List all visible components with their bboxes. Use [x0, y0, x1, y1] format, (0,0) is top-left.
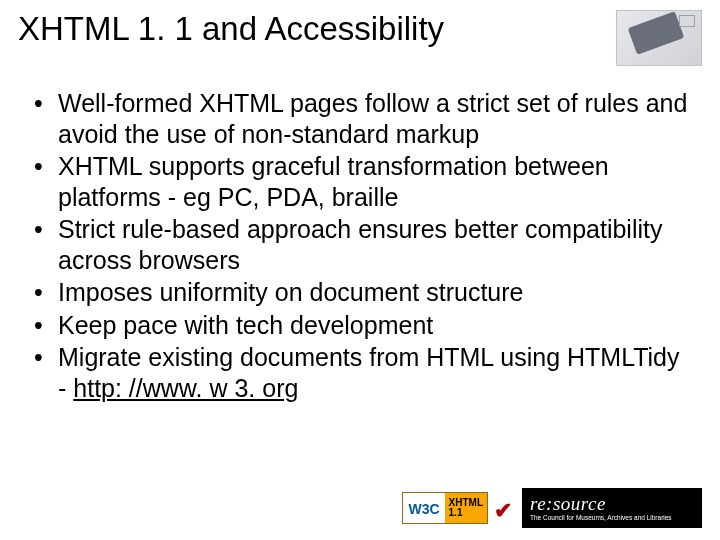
resource-tagline: The Council for Museums, Archives and Li… — [530, 514, 696, 521]
list-item: Strict rule-based approach ensures bette… — [30, 214, 690, 275]
footer-logos: W3C XHTML 1.1 ✔ re:source The Council fo… — [402, 488, 702, 528]
w3c-logo-text: W3C — [403, 493, 444, 523]
checkmark-icon: ✔ — [494, 498, 512, 524]
slide-title: XHTML 1. 1 and Accessibility — [18, 10, 444, 48]
list-item: Imposes uniformity on document structure — [30, 277, 690, 308]
list-item: XHTML supports graceful transformation b… — [30, 151, 690, 212]
htmltidy-link[interactable]: http: //www. w 3. org — [73, 374, 298, 402]
list-item: Well-formed XHTML pages follow a strict … — [30, 88, 690, 149]
list-item: Migrate existing documents from HTML usi… — [30, 342, 690, 403]
slide-body: Well-formed XHTML pages follow a strict … — [0, 66, 720, 403]
bullet-list: Well-formed XHTML pages follow a strict … — [30, 88, 690, 403]
resource-logo: re:source The Council for Museums, Archi… — [522, 488, 702, 528]
w3c-badge-right: XHTML 1.1 — [445, 493, 487, 523]
list-item: Keep pace with tech development — [30, 310, 690, 341]
resource-name: re:source — [530, 494, 696, 513]
w3c-line2: 1.1 — [449, 508, 483, 519]
device-photo — [616, 10, 702, 66]
w3c-xhtml-badge: W3C XHTML 1.1 — [402, 492, 488, 524]
